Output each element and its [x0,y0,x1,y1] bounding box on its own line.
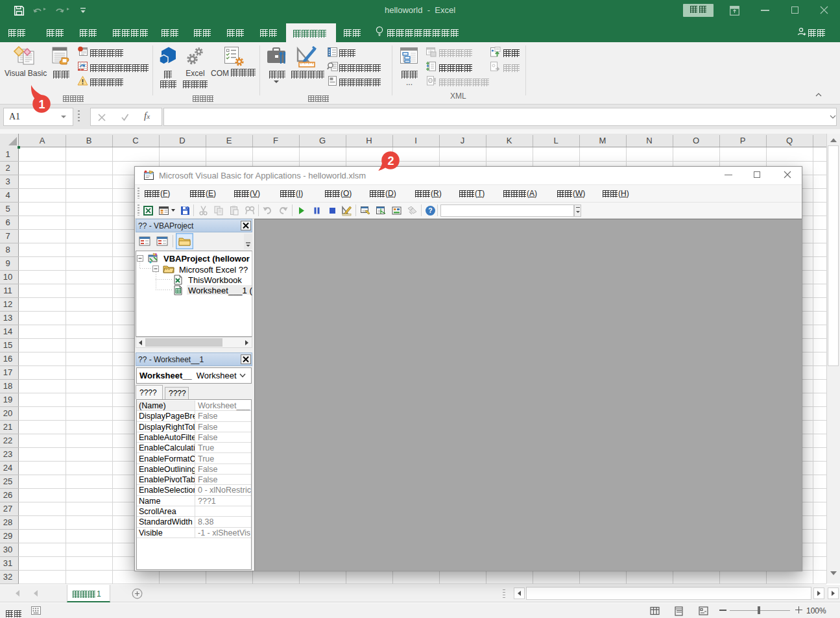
svg-text:2: 2 [387,154,394,167]
svg-text:1: 1 [38,98,45,111]
svg-text:?: ? [428,206,432,214]
